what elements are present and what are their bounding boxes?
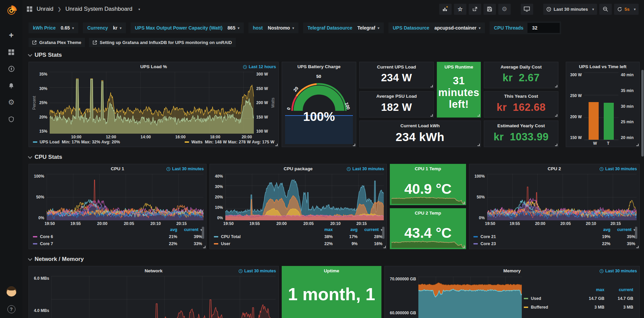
panel-time-override[interactable]: Last 30 minutes [599,269,637,273]
legend-item-ups-load[interactable]: UPS Load Min: 17% Max: 32% Avg: 20% [33,140,120,144]
section-cpu-stats[interactable]: CPU Stats [29,150,640,164]
variable-currency[interactable]: Currency kr▾ [83,22,126,33]
legend-item[interactable]: User [214,241,308,246]
panel-resize-handle[interactable] [430,85,433,87]
legend-item[interactable]: Core 6 [33,234,152,239]
legend-col-current[interactable]: current▾ [610,227,635,232]
panel-title[interactable]: UPS Load vs Time left [566,62,639,71]
section-ups-stats[interactable]: UPS Stats [29,48,640,62]
memory-chart-plot[interactable] [418,277,522,318]
cpu-threads-input[interactable]: 32 [527,23,560,33]
save-button[interactable] [484,4,496,15]
panel-title[interactable]: UPS Load % [29,62,278,71]
add-panel-button[interactable] [439,4,452,15]
panel-resize-handle[interactable] [430,114,433,117]
apps-grid-icon[interactable] [27,6,33,12]
panel-time-override[interactable]: Last 30 minutes [599,167,637,171]
variable-host[interactable]: host Nostromo▾ [248,22,298,33]
legend-col-max[interactable]: max [574,287,604,292]
link-ups-monitoring-guide[interactable]: Setting up Grafana and InfluxDB for UPS … [89,38,236,47]
panel-time-override[interactable]: Last 30 minutes [238,269,276,273]
cpu2-chart-plot[interactable] [487,174,637,220]
section-network-memory[interactable]: Network / Memory [29,253,640,266]
y-axis-left: 70.000000 GB60.000000 GB50.000000 GB [387,277,418,318]
panel-ups-battery: UPS Battery Charge 0 20 50 100 100% [282,62,356,147]
cpu-package-chart-plot[interactable] [225,174,384,220]
legend-col-current[interactable]: current▾ [358,227,382,232]
legend-item-watts[interactable]: Watts Min: 148 W Max: 278 W Avg: 175 W [185,140,274,144]
panel-resize-handle[interactable] [555,144,557,146]
network-chart-plot[interactable] [51,276,276,318]
panel-time-override[interactable]: Last 12 hours [243,64,276,69]
panel-time-override[interactable]: Last 30 minutes [166,167,204,171]
bar-chart-plot[interactable] [584,73,618,140]
panel-resize-handle[interactable] [477,114,480,117]
panel-resize-handle[interactable] [203,246,205,248]
dashboard-settings-gear-icon[interactable]: ⚙ [498,4,511,15]
breadcrumb-dashboard[interactable]: Unraid System Dashboard [65,6,132,12]
legend-scrollbar[interactable] [202,227,204,239]
tv-cycle-view-button[interactable] [521,4,533,15]
panel-title[interactable]: Current UPS Load [360,62,433,70]
legend-scrollbar[interactable] [382,227,384,239]
legend-col-avg[interactable]: avg [152,227,177,232]
panel-resize-handle[interactable] [555,114,557,117]
scrollbar-thumb[interactable] [641,70,644,156]
panel-resize-handle[interactable] [636,246,639,248]
panel-resize-handle[interactable] [555,85,557,87]
legend-item[interactable]: Used [524,296,574,301]
y-axis-right: 300 W250 W 200 W150 W 100 W [254,72,270,134]
legend-item[interactable]: Core 7 [33,241,152,246]
legend-item[interactable]: Core 23 [473,241,586,246]
panel-resize-handle[interactable] [383,246,386,248]
create-plus-icon[interactable]: + [8,32,15,39]
variable-ups-max-output[interactable]: UPS Max Output Power Capacity (Watt) 865… [131,22,244,33]
link-grafana-plex-theme[interactable]: Grafana Plex Theme [29,38,85,47]
panel-title[interactable]: Average PSU Load [360,92,433,100]
panel-title[interactable]: Estimated Yearly Cost [484,121,558,129]
star-button[interactable]: ☆ [454,4,466,15]
help-icon[interactable]: ? [7,305,15,313]
legend-scrollbar[interactable] [635,227,637,239]
panel-title[interactable]: This Years Cost [484,92,558,100]
panel-resize-handle[interactable] [477,144,480,146]
zoom-out-button[interactable] [599,4,612,15]
panel-title[interactable]: UPS Runtime [437,62,480,70]
breadcrumb[interactable]: Unraid ❯ Unraid System Dashboard ▾ [27,6,140,12]
refresh-picker[interactable]: 5s ▾ [614,4,639,15]
legend-col-max[interactable]: max [308,227,333,232]
explore-compass-icon[interactable] [8,65,15,73]
dashboards-icon[interactable] [8,48,15,56]
ups-load-chart-plot[interactable] [50,72,254,134]
legend-item[interactable]: Buffered [524,305,574,310]
legend-col-current[interactable]: current [604,287,633,292]
panel-resize-handle[interactable] [636,144,639,146]
panel-title[interactable]: CPU 2 Temp [390,209,466,218]
variable-telegraf-datasource[interactable]: Telegraf Datasource Telegraf▾ [303,22,384,33]
page-scrollbar[interactable] [641,0,644,318]
configuration-gear-icon[interactable]: ⚙ [8,99,15,106]
legend-col-current[interactable]: current▾ [177,227,202,232]
share-button[interactable] [469,4,481,15]
legend-col-avg[interactable]: avg [333,227,358,232]
legend-item[interactable]: CPU Total [214,234,308,239]
grafana-logo[interactable] [4,3,19,18]
panel-title[interactable]: CPU 1 Temp [390,164,466,173]
panel-title[interactable]: Uptime [282,266,381,275]
panel-title[interactable]: Current Load kWh [360,121,480,129]
legend-col-avg[interactable]: avg [586,227,610,232]
user-avatar[interactable] [6,286,16,297]
variable-kwh-price[interactable]: kWh Price 0.65▾ [29,22,78,33]
panel-title[interactable]: UPS Battery Charge [282,62,356,71]
variable-ups-datasource[interactable]: UPS Datasource apcupsd-container▾ [388,22,485,33]
panel-time-override[interactable]: Last 30 minutes [347,167,384,171]
breadcrumb-app[interactable]: Unraid [37,6,53,12]
panel-title[interactable]: Average Daily Cost [484,62,558,70]
server-admin-shield-icon[interactable] [8,116,15,123]
panel-resize-handle[interactable] [275,144,278,146]
time-range-picker[interactable]: Last 30 minutes ▾ [543,4,597,15]
alerting-bell-icon[interactable] [8,82,15,89]
cpu1-chart-plot[interactable] [47,174,203,220]
legend-item[interactable]: Core 21 [473,234,586,239]
panel-resize-handle[interactable] [353,144,355,146]
